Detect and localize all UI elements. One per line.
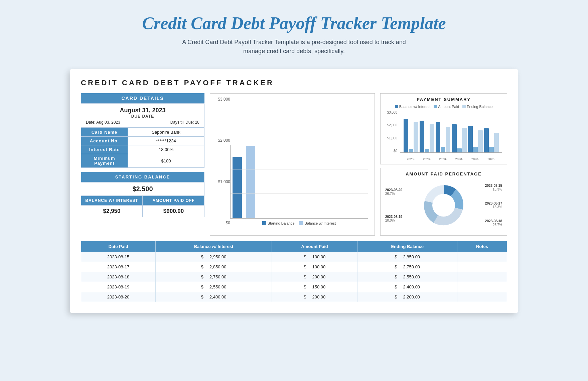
ps-y-2000: $2,000 bbox=[387, 123, 397, 127]
starting-balance-header: STARTING BALANCE bbox=[81, 172, 204, 182]
ps-legend-label-paid: Amount Paid bbox=[438, 105, 459, 109]
bar-legend: Starting Balance Balance w/ Interest bbox=[262, 221, 336, 225]
cell-paid: $ 100.00 bbox=[272, 262, 357, 272]
ps-bar-e5 bbox=[478, 130, 483, 152]
ps-legend-paid: Amount Paid bbox=[434, 105, 459, 109]
pie-labels-right: 2023-08-15 13.3% 2023-08-17 13.3% 2023-0… bbox=[472, 178, 502, 232]
ps-bar-a2 bbox=[425, 149, 429, 152]
pie-pct-left-2: 20.0% bbox=[385, 219, 412, 222]
starting-balance-section: STARTING BALANCE $2,500 BALANCE W/ INTER… bbox=[81, 172, 204, 217]
ps-bar-a4 bbox=[457, 148, 462, 152]
table-row: 2023-08-15 $ 2,950.00 $ 100.00 $ 2,850.0… bbox=[81, 252, 507, 262]
ps-bar-a6 bbox=[489, 147, 494, 152]
data-table: Date Paid Balance w/ Interest Amount Pai… bbox=[81, 241, 507, 302]
cell-notes bbox=[457, 272, 507, 282]
pie-label-right-2: 2023-08-17 13.3% bbox=[472, 202, 502, 209]
card-details-header: CARD DETAILS bbox=[81, 93, 204, 103]
pie-label-left-1: 2023-08-20 26.7% bbox=[385, 188, 412, 196]
legend-balance-interest: Balance w/ Interest bbox=[299, 221, 336, 225]
ps-bar-e6 bbox=[494, 133, 499, 152]
ps-bar-b2 bbox=[420, 121, 424, 152]
cell-ending: $ 2,200.00 bbox=[357, 292, 457, 302]
ps-x-5: 2023- bbox=[471, 157, 479, 161]
cell-notes bbox=[457, 282, 507, 292]
col-ending-balance: Ending Balance bbox=[357, 241, 457, 252]
pie-date-right-3: 2023-08-18 bbox=[472, 219, 502, 223]
card-field-value: 18.00% bbox=[128, 145, 204, 154]
cell-notes bbox=[457, 252, 507, 262]
ps-bar-b4 bbox=[452, 124, 457, 152]
pie-date-left-1: 2023-08-20 bbox=[385, 188, 412, 192]
amount-paid-off-value: $900.00 bbox=[143, 205, 204, 217]
col-amount-paid: Amount Paid bbox=[272, 241, 357, 252]
ps-bar-group-4 bbox=[452, 124, 467, 152]
ps-legend-balance: Balance w/ Interest bbox=[395, 105, 431, 109]
ps-y-3000: $3,000 bbox=[387, 111, 397, 114]
ps-bar-b1 bbox=[404, 119, 408, 152]
col-balance-interest: Balance w/ Interest bbox=[156, 241, 272, 252]
ps-legend: Balance w/ Interest Amount Paid Ending B… bbox=[385, 105, 502, 109]
cell-date: 2023-08-18 bbox=[81, 272, 156, 282]
right-panels: PAYMENT SUMMARY Balance w/ Interest Amou… bbox=[380, 93, 507, 236]
pie-date-left-2: 2023-08-19 bbox=[385, 215, 412, 219]
card-field-value: Sapphire Bank bbox=[128, 128, 204, 137]
cell-balance: $ 2,850.00 bbox=[156, 262, 272, 272]
y-label-0: $0 bbox=[226, 221, 230, 225]
payment-summary-title: PAYMENT SUMMARY bbox=[385, 97, 502, 102]
ps-x-6: 2023- bbox=[487, 157, 495, 161]
cell-paid: $ 200.00 bbox=[272, 292, 357, 302]
card-info-row: Minimum Payment$100 bbox=[81, 154, 204, 168]
pie-chart-svg bbox=[420, 182, 467, 229]
legend-box-light bbox=[299, 221, 303, 225]
y-label-2000: $2,000 bbox=[218, 138, 230, 143]
cell-date: 2023-08-20 bbox=[81, 292, 156, 302]
balance-interest-header: BALANCE W/ INTEREST bbox=[81, 196, 143, 205]
cell-ending: $ 2,550.00 bbox=[357, 272, 457, 282]
bar-balance-interest bbox=[246, 146, 255, 218]
card-field-label: Card Name bbox=[81, 128, 128, 137]
ps-y-axis: $3,000 $2,000 $1,000 $0 bbox=[385, 111, 399, 153]
ps-legend-box-ending bbox=[462, 105, 466, 108]
ps-y-1000: $1,000 bbox=[387, 136, 397, 140]
y-label-3000: $3,000 bbox=[218, 97, 230, 102]
cell-balance: $ 2,550.00 bbox=[156, 282, 272, 292]
ps-bars-area bbox=[400, 111, 502, 153]
legend-starting-balance: Starting Balance bbox=[262, 221, 295, 225]
pie-label-left-2: 2023-08-19 20.0% bbox=[385, 215, 412, 222]
gridline-1000 bbox=[231, 194, 368, 194]
cell-date: 2023-08-19 bbox=[81, 282, 156, 292]
ps-legend-label-ending: Ending Balance bbox=[467, 105, 492, 109]
ps-x-3: 2023- bbox=[439, 157, 447, 161]
legend-label-starting: Starting Balance bbox=[268, 221, 295, 225]
card-field-value: ******1234 bbox=[128, 137, 204, 145]
cell-balance: $ 2,400.00 bbox=[156, 292, 272, 302]
tracker-container: CREDIT CARD DEBT PAYOFF TRACKER CARD DET… bbox=[70, 69, 518, 313]
ps-bar-a5 bbox=[473, 147, 478, 152]
card-info-row: Interest Rate18.00% bbox=[81, 145, 204, 154]
due-date-label: DUE DATE bbox=[86, 114, 199, 119]
pie-pct-right-1: 13.3% bbox=[472, 187, 502, 191]
due-date-box: August 31, 2023 DUE DATE Date: Aug 03, 2… bbox=[81, 103, 204, 128]
col-date-paid: Date Paid bbox=[81, 241, 156, 252]
amount-paid-title: AMOUNT PAID PERCENTAGE bbox=[385, 171, 502, 176]
pie-label-right-3: 2023-08-18 26.7% bbox=[472, 219, 502, 227]
cell-date: 2023-08-15 bbox=[81, 252, 156, 262]
table-row: 2023-08-20 $ 2,400.00 $ 200.00 $ 2,200.0… bbox=[81, 292, 507, 302]
table-row: 2023-08-18 $ 2,750.00 $ 200.00 $ 2,550.0… bbox=[81, 272, 507, 282]
table-row: 2023-08-19 $ 2,550.00 $ 150.00 $ 2,400.0… bbox=[81, 282, 507, 292]
ps-bar-group-3 bbox=[436, 122, 450, 152]
pie-pct-right-3: 26.7% bbox=[472, 223, 502, 227]
starting-balance-amount: $2,500 bbox=[81, 182, 204, 196]
cell-notes bbox=[457, 262, 507, 272]
bar-group-2 bbox=[246, 146, 255, 218]
ps-bar-group-2 bbox=[420, 121, 434, 152]
ps-legend-box-balance bbox=[395, 105, 398, 108]
ps-bars-container: $3,000 $2,000 $1,000 $0 bbox=[385, 111, 502, 161]
days-till-due-text: Days till Due: 28 bbox=[170, 120, 199, 125]
ps-bar-a1 bbox=[409, 149, 413, 152]
legend-label-balance: Balance w/ Interest bbox=[305, 221, 336, 225]
ps-legend-label-balance: Balance w/ Interest bbox=[399, 105, 431, 109]
card-info-table: Card NameSapphire BankAccount No.******1… bbox=[81, 128, 204, 168]
ps-bar-e4 bbox=[462, 128, 467, 152]
date-paid-text: Date: Aug 03, 2023 bbox=[86, 120, 120, 125]
